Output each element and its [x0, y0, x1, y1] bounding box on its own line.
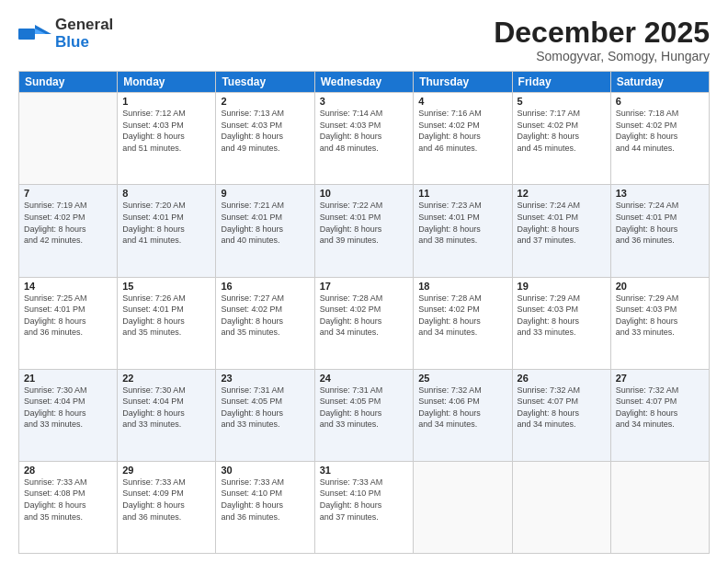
day-info: Sunrise: 7:16 AM Sunset: 4:02 PM Dayligh… — [418, 108, 506, 154]
day-info: Sunrise: 7:27 AM Sunset: 4:02 PM Dayligh… — [221, 293, 309, 339]
calendar-cell: 5Sunrise: 7:17 AM Sunset: 4:02 PM Daylig… — [512, 93, 610, 185]
calendar-cell: 24Sunrise: 7:31 AM Sunset: 4:05 PM Dayli… — [314, 369, 414, 461]
calendar-cell: 4Sunrise: 7:16 AM Sunset: 4:02 PM Daylig… — [414, 93, 512, 185]
calendar-cell — [610, 461, 709, 553]
calendar-cell: 14Sunrise: 7:25 AM Sunset: 4:01 PM Dayli… — [19, 277, 118, 369]
day-number: 5 — [518, 96, 606, 107]
day-info: Sunrise: 7:14 AM Sunset: 4:03 PM Dayligh… — [320, 108, 409, 154]
calendar-cell: 8Sunrise: 7:20 AM Sunset: 4:01 PM Daylig… — [118, 185, 216, 277]
calendar-table: Sunday Monday Tuesday Wednesday Thursday… — [18, 71, 710, 554]
day-info: Sunrise: 7:32 AM Sunset: 4:07 PM Dayligh… — [518, 385, 606, 431]
day-info: Sunrise: 7:33 AM Sunset: 4:09 PM Dayligh… — [122, 477, 210, 523]
day-number: 19 — [518, 281, 606, 292]
calendar-cell: 29Sunrise: 7:33 AM Sunset: 4:09 PM Dayli… — [118, 461, 216, 553]
day-number: 9 — [221, 188, 309, 199]
day-number: 11 — [418, 188, 506, 199]
day-number: 24 — [320, 373, 409, 384]
month-title: December 2025 — [494, 17, 710, 49]
calendar-cell: 18Sunrise: 7:28 AM Sunset: 4:02 PM Dayli… — [414, 277, 512, 369]
day-info: Sunrise: 7:12 AM Sunset: 4:03 PM Dayligh… — [122, 108, 210, 154]
day-info: Sunrise: 7:28 AM Sunset: 4:02 PM Dayligh… — [418, 293, 506, 339]
day-number: 20 — [616, 281, 704, 292]
calendar-week-row: 21Sunrise: 7:30 AM Sunset: 4:04 PM Dayli… — [19, 369, 710, 461]
col-friday: Friday — [512, 72, 610, 93]
day-number: 2 — [221, 96, 309, 107]
calendar-week-row: 7Sunrise: 7:19 AM Sunset: 4:02 PM Daylig… — [19, 185, 710, 277]
calendar-cell: 26Sunrise: 7:32 AM Sunset: 4:07 PM Dayli… — [512, 369, 610, 461]
day-number: 7 — [24, 188, 112, 199]
calendar-cell: 1Sunrise: 7:12 AM Sunset: 4:03 PM Daylig… — [118, 93, 216, 185]
col-tuesday: Tuesday — [216, 72, 314, 93]
day-number: 12 — [518, 188, 606, 199]
day-number: 3 — [320, 96, 409, 107]
logo-icon — [18, 21, 51, 47]
logo: General Blue — [18, 17, 113, 51]
calendar-cell — [512, 461, 610, 553]
calendar-cell: 12Sunrise: 7:24 AM Sunset: 4:01 PM Dayli… — [512, 185, 610, 277]
calendar-week-row: 14Sunrise: 7:25 AM Sunset: 4:01 PM Dayli… — [19, 277, 710, 369]
location-subtitle: Somogyvar, Somogy, Hungary — [494, 49, 710, 63]
logo-general: General — [55, 17, 113, 34]
calendar-cell: 20Sunrise: 7:29 AM Sunset: 4:03 PM Dayli… — [610, 277, 709, 369]
header: General Blue December 2025 Somogyvar, So… — [18, 17, 710, 63]
calendar-cell: 16Sunrise: 7:27 AM Sunset: 4:02 PM Dayli… — [216, 277, 314, 369]
day-number: 26 — [518, 373, 606, 384]
day-info: Sunrise: 7:32 AM Sunset: 4:06 PM Dayligh… — [418, 385, 506, 431]
calendar-cell: 2Sunrise: 7:13 AM Sunset: 4:03 PM Daylig… — [216, 93, 314, 185]
svg-rect-0 — [18, 29, 35, 40]
col-monday: Monday — [118, 72, 216, 93]
day-number: 15 — [122, 281, 210, 292]
calendar-cell: 11Sunrise: 7:23 AM Sunset: 4:01 PM Dayli… — [414, 185, 512, 277]
calendar-cell: 22Sunrise: 7:30 AM Sunset: 4:04 PM Dayli… — [118, 369, 216, 461]
day-info: Sunrise: 7:21 AM Sunset: 4:01 PM Dayligh… — [221, 200, 309, 246]
calendar-cell: 27Sunrise: 7:32 AM Sunset: 4:07 PM Dayli… — [610, 369, 709, 461]
calendar-cell: 15Sunrise: 7:26 AM Sunset: 4:01 PM Dayli… — [118, 277, 216, 369]
day-info: Sunrise: 7:30 AM Sunset: 4:04 PM Dayligh… — [122, 385, 210, 431]
day-info: Sunrise: 7:13 AM Sunset: 4:03 PM Dayligh… — [221, 108, 309, 154]
day-info: Sunrise: 7:25 AM Sunset: 4:01 PM Dayligh… — [24, 293, 112, 339]
col-saturday: Saturday — [610, 72, 709, 93]
day-number: 8 — [122, 188, 210, 199]
day-number: 23 — [221, 373, 309, 384]
day-info: Sunrise: 7:18 AM Sunset: 4:02 PM Dayligh… — [616, 108, 704, 154]
day-number: 16 — [221, 281, 309, 292]
calendar-cell: 6Sunrise: 7:18 AM Sunset: 4:02 PM Daylig… — [610, 93, 709, 185]
day-info: Sunrise: 7:29 AM Sunset: 4:03 PM Dayligh… — [616, 293, 704, 339]
day-info: Sunrise: 7:22 AM Sunset: 4:01 PM Dayligh… — [320, 200, 409, 246]
calendar-cell: 9Sunrise: 7:21 AM Sunset: 4:01 PM Daylig… — [216, 185, 314, 277]
calendar-cell — [19, 93, 118, 185]
day-info: Sunrise: 7:33 AM Sunset: 4:10 PM Dayligh… — [320, 477, 409, 523]
day-number: 25 — [418, 373, 506, 384]
page: General Blue December 2025 Somogyvar, So… — [0, 0, 728, 563]
calendar-header-row: Sunday Monday Tuesday Wednesday Thursday… — [19, 72, 710, 93]
day-number: 27 — [616, 373, 704, 384]
calendar-week-row: 1Sunrise: 7:12 AM Sunset: 4:03 PM Daylig… — [19, 93, 710, 185]
day-number: 10 — [320, 188, 409, 199]
day-info: Sunrise: 7:32 AM Sunset: 4:07 PM Dayligh… — [616, 385, 704, 431]
day-number: 17 — [320, 281, 409, 292]
day-info: Sunrise: 7:33 AM Sunset: 4:08 PM Dayligh… — [24, 477, 112, 523]
day-info: Sunrise: 7:24 AM Sunset: 4:01 PM Dayligh… — [616, 200, 704, 246]
day-info: Sunrise: 7:31 AM Sunset: 4:05 PM Dayligh… — [221, 385, 309, 431]
calendar-cell: 17Sunrise: 7:28 AM Sunset: 4:02 PM Dayli… — [314, 277, 414, 369]
calendar-cell: 3Sunrise: 7:14 AM Sunset: 4:03 PM Daylig… — [314, 93, 414, 185]
day-info: Sunrise: 7:26 AM Sunset: 4:01 PM Dayligh… — [122, 293, 210, 339]
day-info: Sunrise: 7:19 AM Sunset: 4:02 PM Dayligh… — [24, 200, 112, 246]
day-info: Sunrise: 7:30 AM Sunset: 4:04 PM Dayligh… — [24, 385, 112, 431]
calendar-week-row: 28Sunrise: 7:33 AM Sunset: 4:08 PM Dayli… — [19, 461, 710, 553]
calendar-cell: 23Sunrise: 7:31 AM Sunset: 4:05 PM Dayli… — [216, 369, 314, 461]
day-info: Sunrise: 7:28 AM Sunset: 4:02 PM Dayligh… — [320, 293, 409, 339]
day-info: Sunrise: 7:31 AM Sunset: 4:05 PM Dayligh… — [320, 385, 409, 431]
day-number: 6 — [616, 96, 704, 107]
calendar-cell: 25Sunrise: 7:32 AM Sunset: 4:06 PM Dayli… — [414, 369, 512, 461]
day-info: Sunrise: 7:29 AM Sunset: 4:03 PM Dayligh… — [518, 293, 606, 339]
day-number: 14 — [24, 281, 112, 292]
calendar-cell: 31Sunrise: 7:33 AM Sunset: 4:10 PM Dayli… — [314, 461, 414, 553]
day-number: 22 — [122, 373, 210, 384]
calendar-cell: 21Sunrise: 7:30 AM Sunset: 4:04 PM Dayli… — [19, 369, 118, 461]
calendar-cell: 13Sunrise: 7:24 AM Sunset: 4:01 PM Dayli… — [610, 185, 709, 277]
col-wednesday: Wednesday — [314, 72, 414, 93]
title-block: December 2025 Somogyvar, Somogy, Hungary — [494, 17, 710, 63]
day-number: 18 — [418, 281, 506, 292]
day-info: Sunrise: 7:24 AM Sunset: 4:01 PM Dayligh… — [518, 200, 606, 246]
